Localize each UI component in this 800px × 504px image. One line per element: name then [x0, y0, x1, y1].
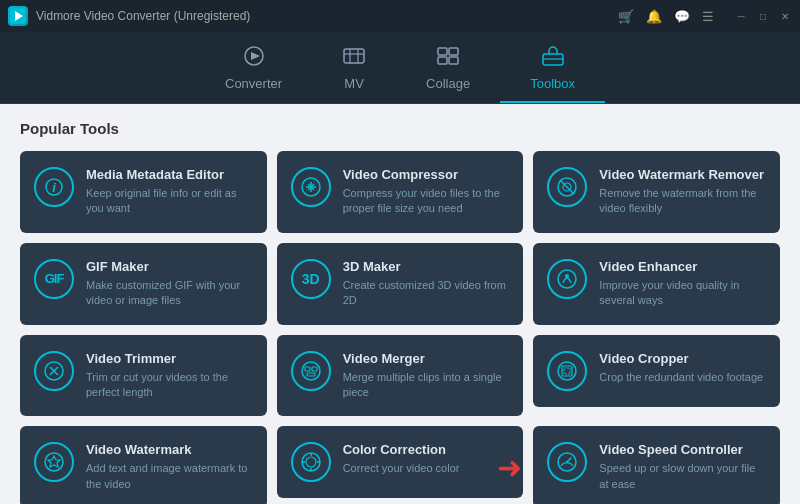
color-correction-info: Color Correction Correct your video colo… — [343, 442, 510, 476]
main-content: Popular Tools i Media Metadata Editor Ke… — [0, 104, 800, 504]
svg-rect-11 — [449, 57, 458, 64]
title-bar-left: Vidmore Video Converter (Unregistered) — [8, 6, 250, 26]
video-trimmer-desc: Trim or cut your videos to the perfect l… — [86, 370, 253, 401]
svg-point-31 — [558, 362, 576, 380]
tab-converter-label: Converter — [225, 76, 282, 91]
section-title: Popular Tools — [20, 120, 780, 137]
tool-card-wrapper-video-merger: Video Merger Merge multiple clips into a… — [277, 335, 524, 417]
nav-bar: Converter MV Collage — [0, 32, 800, 104]
video-watermark-remover-name: Video Watermark Remover — [599, 167, 766, 182]
bell-icon[interactable]: 🔔 — [646, 9, 662, 24]
tool-card-wrapper-video-speed-controller: ➜ Video Speed Controller Speed up or slo… — [533, 426, 780, 504]
video-cropper-desc: Crop the redundant video footage — [599, 370, 766, 385]
toolbox-icon — [541, 45, 565, 72]
gif-maker-info: GIF Maker Make customized GIF with your … — [86, 259, 253, 309]
video-cropper-icon — [547, 351, 587, 391]
video-enhancer-name: Video Enhancer — [599, 259, 766, 274]
media-metadata-editor-info: Media Metadata Editor Keep original file… — [86, 167, 253, 217]
minimize-button[interactable]: ─ — [734, 9, 748, 23]
tab-converter[interactable]: Converter — [195, 45, 312, 103]
tool-card-wrapper-video-watermark-remover: Video Watermark Remover Remove the water… — [533, 151, 780, 233]
media-metadata-editor-desc: Keep original file info or edit as you w… — [86, 186, 253, 217]
tool-card-video-trimmer[interactable]: Video Trimmer Trim or cut your videos to… — [20, 335, 267, 417]
tool-card-video-speed-controller[interactable]: Video Speed Controller Speed up or slow … — [533, 426, 780, 504]
tool-card-video-compressor[interactable]: Video Compressor Compress your video fil… — [277, 151, 524, 233]
app-title: Vidmore Video Converter (Unregistered) — [36, 9, 250, 23]
color-correction-desc: Correct your video color — [343, 461, 510, 476]
svg-point-36 — [306, 457, 316, 467]
menu-icon[interactable]: ☰ — [702, 9, 714, 24]
tool-card-video-cropper[interactable]: Video Cropper Crop the redundant video f… — [533, 335, 780, 407]
video-speed-controller-icon — [547, 442, 587, 482]
video-compressor-info: Video Compressor Compress your video fil… — [343, 167, 510, 217]
video-trimmer-name: Video Trimmer — [86, 351, 253, 366]
tool-card-3d-maker[interactable]: 3D 3D Maker Create customized 3D video f… — [277, 243, 524, 325]
close-button[interactable]: ✕ — [778, 9, 792, 23]
tool-card-color-correction[interactable]: Color Correction Correct your video colo… — [277, 426, 524, 498]
svg-point-43 — [566, 461, 568, 463]
tool-card-media-metadata-editor[interactable]: i Media Metadata Editor Keep original fi… — [20, 151, 267, 233]
tool-card-wrapper-3d-maker: 3D 3D Maker Create customized 3D video f… — [277, 243, 524, 325]
tab-collage[interactable]: Collage — [396, 45, 500, 103]
video-merger-icon — [291, 351, 331, 391]
tab-mv[interactable]: MV — [312, 45, 396, 103]
video-compressor-icon — [291, 167, 331, 207]
svg-line-23 — [560, 180, 574, 194]
media-metadata-editor-icon: i — [34, 167, 74, 207]
video-merger-name: Video Merger — [343, 351, 510, 366]
svg-rect-33 — [564, 368, 570, 374]
tab-mv-label: MV — [344, 76, 364, 91]
video-enhancer-desc: Improve your video quality in several wa… — [599, 278, 766, 309]
svg-rect-29 — [312, 367, 317, 371]
cart-icon[interactable]: 🛒 — [618, 9, 634, 24]
tab-toolbox[interactable]: Toolbox — [500, 45, 605, 103]
video-speed-controller-info: Video Speed Controller Speed up or slow … — [599, 442, 766, 492]
svg-point-24 — [558, 270, 576, 288]
color-correction-icon — [291, 442, 331, 482]
tool-card-wrapper-video-compressor: Video Compressor Compress your video fil… — [277, 151, 524, 233]
tool-card-video-watermark[interactable]: Video Watermark Add text and image water… — [20, 426, 267, 504]
tool-card-gif-maker[interactable]: GIF GIF Maker Make customized GIF with y… — [20, 243, 267, 325]
video-speed-controller-name: Video Speed Controller — [599, 442, 766, 457]
mv-icon — [342, 45, 366, 72]
title-bar-right: 🛒 🔔 💬 ☰ ─ □ ✕ — [618, 9, 792, 24]
video-cropper-info: Video Cropper Crop the redundant video f… — [599, 351, 766, 385]
video-watermark-name: Video Watermark — [86, 442, 253, 457]
video-cropper-name: Video Cropper — [599, 351, 766, 366]
video-watermark-icon — [34, 442, 74, 482]
3d-maker-info: 3D Maker Create customized 3D video from… — [343, 259, 510, 309]
tool-card-wrapper-video-enhancer: Video Enhancer Improve your video qualit… — [533, 243, 780, 325]
tool-card-video-merger[interactable]: Video Merger Merge multiple clips into a… — [277, 335, 524, 417]
gif-maker-desc: Make customized GIF with your video or i… — [86, 278, 253, 309]
3d-maker-name: 3D Maker — [343, 259, 510, 274]
tool-card-video-enhancer[interactable]: Video Enhancer Improve your video qualit… — [533, 243, 780, 325]
video-enhancer-icon — [547, 259, 587, 299]
svg-text:i: i — [52, 180, 56, 195]
tab-collage-label: Collage — [426, 76, 470, 91]
video-compressor-name: Video Compressor — [343, 167, 510, 182]
video-compressor-desc: Compress your video files to the proper … — [343, 186, 510, 217]
svg-rect-4 — [344, 49, 364, 63]
tab-toolbox-label: Toolbox — [530, 76, 575, 91]
title-bar: Vidmore Video Converter (Unregistered) 🛒… — [0, 0, 800, 32]
color-correction-name: Color Correction — [343, 442, 510, 457]
tools-grid: i Media Metadata Editor Keep original fi… — [20, 151, 780, 504]
converter-icon — [242, 45, 266, 72]
video-watermark-desc: Add text and image watermark to the vide… — [86, 461, 253, 492]
video-watermark-remover-icon — [547, 167, 587, 207]
gif-maker-icon: GIF — [34, 259, 74, 299]
feedback-icon[interactable]: 💬 — [674, 9, 690, 24]
svg-rect-28 — [305, 367, 310, 371]
tool-card-wrapper-video-cropper: Video Cropper Crop the redundant video f… — [533, 335, 780, 417]
gif-maker-name: GIF Maker — [86, 259, 253, 274]
video-watermark-remover-desc: Remove the watermark from the video flex… — [599, 186, 766, 217]
window-controls: ─ □ ✕ — [734, 9, 792, 23]
video-watermark-remover-info: Video Watermark Remover Remove the water… — [599, 167, 766, 217]
media-metadata-editor-name: Media Metadata Editor — [86, 167, 253, 182]
svg-rect-10 — [438, 57, 447, 64]
tool-card-video-watermark-remover[interactable]: Video Watermark Remover Remove the water… — [533, 151, 780, 233]
svg-marker-3 — [251, 52, 260, 60]
svg-point-25 — [565, 274, 569, 278]
maximize-button[interactable]: □ — [756, 9, 770, 23]
video-trimmer-icon — [34, 351, 74, 391]
